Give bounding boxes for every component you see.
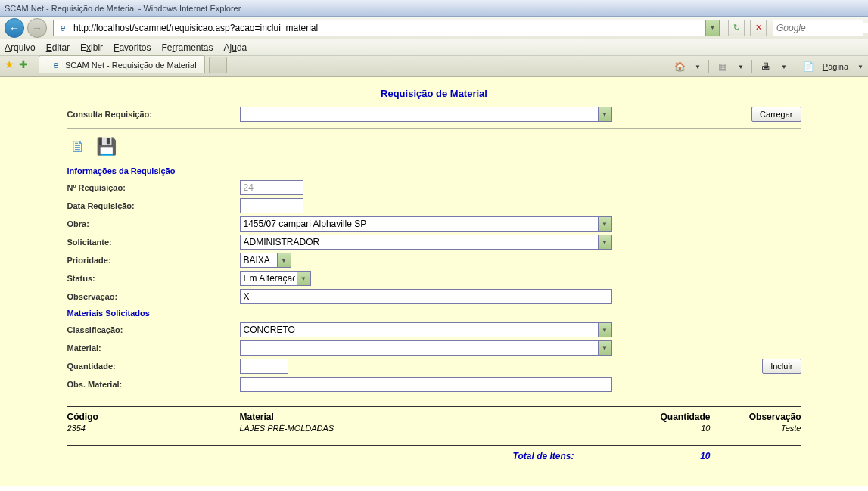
save-icon[interactable]: 💾: [96, 136, 117, 157]
td-material: LAJES PRÉ-MOLDADAS: [240, 424, 620, 433]
page-icon[interactable]: 📄: [803, 61, 815, 73]
print-dropdown[interactable]: ▼: [781, 64, 787, 70]
th-codigo: Código: [67, 412, 240, 422]
home-dropdown[interactable]: ▼: [695, 64, 701, 70]
prioridade-combo[interactable]: ▼: [240, 253, 291, 268]
table-header: Código Material Quantidade Observação: [67, 406, 801, 422]
toolbar-icons: 🗎 💾: [67, 136, 801, 157]
active-tab[interactable]: e SCAM Net - Requisição de Material: [39, 55, 205, 73]
window-title: SCAM Net - Requisição de Material - Wind…: [5, 4, 241, 13]
consulta-input[interactable]: [241, 107, 611, 121]
home-icon[interactable]: 🏠: [674, 61, 686, 73]
qtd-input[interactable]: [240, 359, 288, 374]
search-input[interactable]: [773, 23, 868, 33]
num-req-input: [240, 180, 303, 195]
separator: [751, 60, 752, 73]
td-codigo: 2354: [67, 424, 240, 433]
menu-editar[interactable]: Editar: [46, 42, 70, 53]
menu-arquivo[interactable]: Arquivo: [5, 42, 36, 53]
address-bar[interactable]: e ▼: [53, 20, 720, 36]
new-doc-icon[interactable]: 🗎: [67, 136, 89, 157]
consulta-combo[interactable]: ▼: [240, 107, 612, 122]
solicitante-label: Solicitante:: [67, 238, 240, 247]
data-req-input[interactable]: [240, 198, 303, 213]
divider: [67, 128, 801, 129]
consulta-label: Consulta Requisição:: [67, 110, 240, 119]
tab-title: SCAM Net - Requisição de Material: [65, 61, 197, 70]
total-label: Total de Itens:: [240, 451, 620, 461]
ie-page-icon: e: [50, 59, 62, 71]
observacao-label: Observação:: [67, 292, 240, 301]
obsmat-input[interactable]: [240, 377, 612, 392]
class-combo[interactable]: ▼: [240, 322, 612, 337]
page-title: Requisição de Material: [67, 88, 801, 99]
status-combo[interactable]: ▼: [240, 271, 311, 286]
incluir-button[interactable]: Incluir: [762, 359, 801, 374]
num-req-label: Nº Requisição:: [67, 183, 240, 192]
separator: [795, 60, 795, 73]
favorites-star-icon[interactable]: ★: [5, 58, 14, 70]
page-content: Requisição de Material Consulta Requisiç…: [0, 77, 868, 486]
class-label: Classificação:: [67, 325, 240, 334]
obra-combo[interactable]: ▼: [240, 216, 612, 232]
chevron-down-icon[interactable]: ▼: [297, 272, 310, 285]
obra-input[interactable]: [241, 217, 611, 231]
menu-ferramentas[interactable]: Ferramentas: [161, 42, 213, 53]
chevron-down-icon[interactable]: ▼: [598, 341, 611, 355]
pagina-dropdown[interactable]: ▼: [857, 64, 863, 70]
qtd-label: Quantidade:: [67, 362, 240, 371]
menu-exibir[interactable]: Exibir: [80, 42, 103, 53]
th-material: Material: [240, 412, 620, 422]
prioridade-label: Prioridade:: [67, 256, 240, 265]
th-qtd: Quantidade: [620, 412, 711, 422]
status-label: Status:: [67, 274, 240, 283]
td-obs: Teste: [711, 424, 801, 433]
rss-dropdown[interactable]: ▼: [738, 64, 744, 70]
search-box[interactable]: [773, 20, 863, 36]
rss-icon[interactable]: ▦: [717, 61, 729, 73]
table-row: 2354 LAJES PRÉ-MOLDADAS 10 Teste: [67, 424, 801, 433]
add-favorite-icon[interactable]: ✚: [19, 58, 28, 70]
menu-ajuda[interactable]: Ajuda: [224, 42, 247, 53]
new-tab-stub[interactable]: [209, 57, 227, 73]
total-row: Total de Itens: 10: [67, 445, 801, 461]
obsmat-label: Obs. Material:: [67, 380, 240, 389]
section-info-header: Informações da Requisição: [67, 166, 801, 176]
url-input[interactable]: [72, 20, 705, 36]
solicitante-combo[interactable]: ▼: [240, 235, 612, 250]
chevron-down-icon[interactable]: ▼: [598, 235, 611, 249]
solicitante-input[interactable]: [241, 235, 611, 249]
class-input[interactable]: [241, 323, 611, 337]
back-button[interactable]: ←: [5, 18, 24, 38]
data-req-label: Data Requisição:: [67, 201, 240, 210]
navigation-bar: ← → e ▼ ↻ ✕: [0, 17, 868, 39]
chevron-down-icon[interactable]: ▼: [277, 253, 291, 267]
stop-button[interactable]: ✕: [750, 20, 767, 36]
forward-button[interactable]: →: [27, 18, 47, 38]
td-qtd: 10: [620, 424, 711, 433]
print-icon[interactable]: 🖶: [760, 61, 772, 73]
th-obs: Observação: [711, 412, 801, 422]
tab-bar: ★ ✚ e SCAM Net - Requisição de Material …: [0, 56, 868, 77]
obra-label: Obra:: [67, 219, 240, 228]
ie-page-icon: e: [57, 22, 69, 34]
menu-favoritos[interactable]: Favoritos: [114, 42, 151, 53]
pagina-label[interactable]: Página: [823, 62, 848, 71]
window-titlebar: SCAM Net - Requisição de Material - Wind…: [0, 0, 868, 17]
menu-bar: Arquivo Editar Exibir Favoritos Ferramen…: [0, 39, 868, 56]
separator: [708, 60, 709, 73]
carregar-button[interactable]: Carregar: [751, 107, 801, 122]
chevron-down-icon[interactable]: ▼: [598, 107, 611, 121]
section-mat-header: Materiais Solicitados: [67, 309, 801, 318]
chevron-down-icon[interactable]: ▼: [598, 217, 611, 231]
observacao-input[interactable]: [240, 289, 612, 304]
material-combo[interactable]: ▼: [240, 340, 612, 356]
material-label: Material:: [67, 343, 240, 353]
total-value: 10: [620, 451, 711, 461]
url-dropdown[interactable]: ▼: [705, 20, 719, 36]
refresh-button[interactable]: ↻: [728, 20, 745, 36]
chevron-down-icon[interactable]: ▼: [598, 323, 611, 337]
material-input[interactable]: [241, 341, 611, 355]
